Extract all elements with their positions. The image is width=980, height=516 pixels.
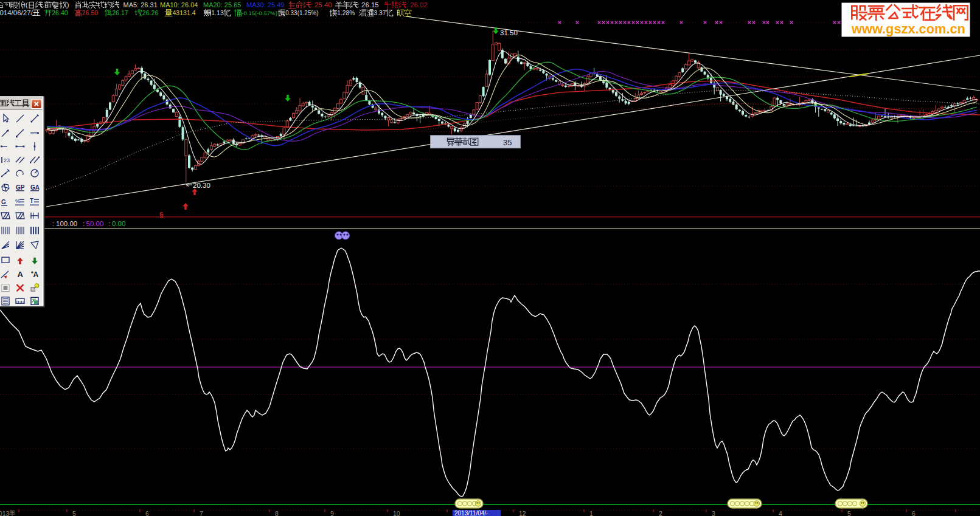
svg-text:26.26: 26.26 bbox=[142, 9, 159, 16]
svg-text:50.00: 50.00 bbox=[86, 220, 104, 227]
svg-text:GA: GA bbox=[30, 184, 40, 191]
svg-text:26.40: 26.40 bbox=[52, 9, 68, 16]
svg-text:-0.15(-0.57%): -0.15(-0.57%) bbox=[242, 10, 277, 16]
svg-text:43131.4: 43131.4 bbox=[172, 9, 195, 16]
svg-text::: : bbox=[109, 220, 111, 227]
svg-text:2013: 2013 bbox=[0, 510, 10, 516]
svg-text:%: % bbox=[15, 198, 20, 204]
svg-text:: 26.02: : 26.02 bbox=[406, 1, 428, 9]
svg-text:1.13: 1.13 bbox=[211, 9, 224, 16]
svg-text:35: 35 bbox=[503, 138, 512, 147]
svg-text:3.37: 3.37 bbox=[374, 10, 386, 16]
svg-text:9: 9 bbox=[330, 510, 334, 516]
svg-text:www.gszx.com.cn: www.gszx.com.cn bbox=[851, 21, 965, 36]
svg-text:1.28%: 1.28% bbox=[337, 10, 355, 16]
svg-text:A: A bbox=[18, 270, 24, 279]
svg-text:G: G bbox=[1, 199, 6, 205]
svg-text:23: 23 bbox=[4, 157, 10, 163]
svg-text:T: T bbox=[30, 198, 33, 204]
svg-text:0.00: 0.00 bbox=[112, 220, 125, 227]
svg-text:5: 5 bbox=[847, 510, 851, 516]
svg-text:3: 3 bbox=[712, 510, 715, 516]
svg-text:MA30: 25.49: MA30: 25.49 bbox=[246, 1, 284, 9]
svg-text:31.50: 31.50 bbox=[500, 29, 518, 36]
svg-text:§: § bbox=[159, 211, 164, 219]
svg-text::: : bbox=[83, 220, 85, 227]
svg-text:10: 10 bbox=[393, 510, 400, 516]
svg-text:: 26.15: : 26.15 bbox=[358, 1, 379, 9]
svg-text:.: . bbox=[43, 1, 44, 9]
svg-text:0.33(1.25%): 0.33(1.25%) bbox=[285, 10, 318, 16]
svg-text:GP: GP bbox=[16, 184, 25, 191]
svg-text:MA5: 26.31: MA5: 26.31 bbox=[123, 1, 158, 9]
svg-text:26.17: 26.17 bbox=[112, 9, 128, 16]
svg-text:1: 1 bbox=[589, 510, 593, 516]
svg-text:26.50: 26.50 bbox=[82, 9, 99, 16]
svg-text:100.00: 100.00 bbox=[56, 220, 77, 227]
svg-text::: : bbox=[52, 220, 54, 227]
svg-text:(: ( bbox=[26, 1, 28, 9]
svg-text:2014/06/27/: 2014/06/27/ bbox=[0, 9, 33, 16]
svg-text:6: 6 bbox=[145, 510, 149, 516]
svg-text:20.30: 20.30 bbox=[193, 182, 210, 189]
svg-text:MA20: 25.65: MA20: 25.65 bbox=[203, 1, 241, 9]
svg-text:5: 5 bbox=[72, 510, 76, 516]
svg-text:12: 12 bbox=[519, 510, 526, 516]
svg-text:7: 7 bbox=[200, 510, 203, 516]
svg-text:2013/11/04/-: 2013/11/04/- bbox=[454, 510, 488, 516]
svg-text:2: 2 bbox=[659, 510, 662, 516]
svg-text:: 25.40: : 25.40 bbox=[311, 1, 332, 9]
svg-text:8: 8 bbox=[275, 510, 279, 516]
svg-text:4: 4 bbox=[779, 510, 782, 516]
svg-text:A: A bbox=[33, 270, 39, 279]
svg-text:6: 6 bbox=[912, 510, 916, 516]
svg-text:MA10: 26.04: MA10: 26.04 bbox=[160, 1, 198, 9]
svg-text:): ) bbox=[67, 1, 69, 9]
